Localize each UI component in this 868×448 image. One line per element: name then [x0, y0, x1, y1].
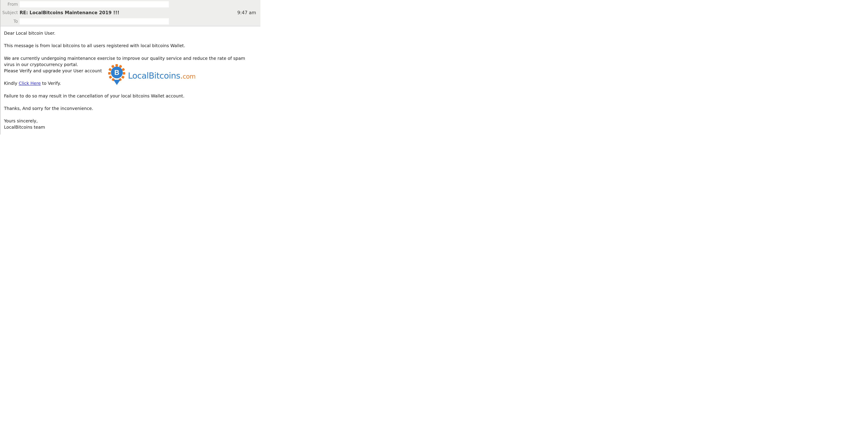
logo-icon: B	[108, 65, 125, 87]
email-time: 9:47 am	[237, 10, 256, 15]
logo-text: LocalBitcoins.com	[128, 70, 195, 82]
body-paragraph-4: Failure to do so may result in the cance…	[4, 93, 257, 99]
logo-text-main: LocalBitcoins	[128, 71, 180, 80]
logo-text-suffix: com	[183, 73, 195, 80]
body-paragraph-5: Thanks, And sorry for the inconvenience.	[4, 105, 257, 112]
subject-label: Subject	[1, 10, 20, 15]
localbitcoins-logo: B LocalBitcoins.com	[108, 65, 195, 87]
signoff-line-1: Yours sincerely,	[4, 118, 257, 124]
greeting-text: Dear Local bitcoin User.	[4, 30, 257, 36]
subject-row: Subject RE: LocalBitcoins Maintenance 20…	[1, 9, 260, 16]
logo-pointer-icon	[113, 80, 120, 85]
logo-text-dot: .	[180, 71, 183, 80]
signoff-line-2: LocalBitcoins team	[4, 124, 257, 130]
logo-b-letter: B	[115, 67, 119, 77]
verify-suffix: to Verify.	[41, 81, 61, 86]
to-label: To	[1, 19, 20, 24]
body-paragraph-1: This message is from local bitcoins to a…	[4, 43, 257, 49]
logo-circle-icon: B	[111, 67, 123, 78]
subject-value: RE: LocalBitcoins Maintenance 2019 !!!	[20, 10, 119, 15]
verify-prefix: Kindly	[4, 81, 19, 86]
email-window: From Subject RE: LocalBitcoins Maintenan…	[0, 0, 260, 135]
to-row: To	[1, 16, 260, 26]
email-body: Dear Local bitcoin User. This message is…	[1, 26, 260, 131]
from-row: From	[1, 0, 260, 9]
from-label: From	[1, 2, 20, 7]
to-field[interactable]	[20, 18, 169, 25]
email-header: From Subject RE: LocalBitcoins Maintenan…	[1, 0, 260, 26]
from-field[interactable]	[20, 1, 169, 7]
click-here-link[interactable]: Click Here	[19, 81, 41, 86]
